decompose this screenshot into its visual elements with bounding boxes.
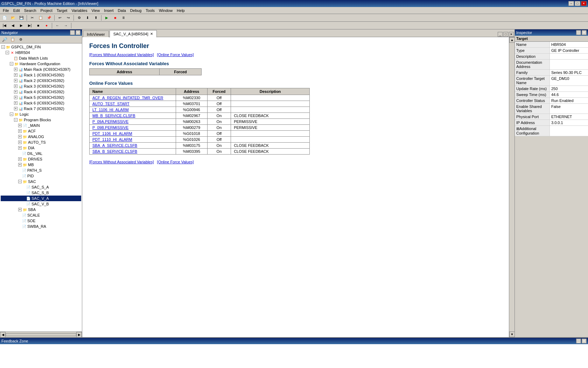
nav-hscroll[interactable]: ◀ ▶ [0,332,82,337]
tb-new[interactable]: 📄 [1,14,8,21]
tree-item-mainrack[interactable]: +📊Main Rack (IC693CHS397) [1,67,81,72]
expand-analog[interactable]: + [18,135,22,138]
expand-rack6[interactable]: + [14,101,18,105]
expand-logic[interactable]: − [10,113,13,116]
menu-view[interactable]: View [89,8,102,13]
feedback-close-btn[interactable]: ✕ [582,339,587,343]
tab-sac-v-a[interactable]: SAC_V_A [HBR504] ✕ [110,30,157,38]
link-name[interactable]: PDT_1110_HI_ALARM [92,137,132,142]
tree-item-watch[interactable]: 📋Data Watch Lists [1,55,81,61]
menu-debug[interactable]: Debug [128,8,144,13]
minimize-button[interactable]: − [568,1,574,6]
menu-help[interactable]: Help [175,8,187,13]
expand-rack7[interactable]: + [14,107,18,110]
menu-window[interactable]: Window [157,8,175,13]
nav-tb-1[interactable]: 🔎 [1,36,8,43]
tree-item-sac_v_a[interactable]: 📄SAC_V_A [1,196,81,201]
link-name[interactable]: SBA_B_SERVICE.CLSFB [92,149,137,154]
tree-item-drives[interactable]: +📁DRIVES [1,156,81,162]
link-name[interactable]: P_09A.PERMISSIVE [92,120,128,124]
tree-item-sac_v_b[interactable]: 📄SAC_V_B [1,201,81,207]
content-close-btn[interactable]: ✕ [509,32,514,37]
tab-infoviewer[interactable]: InfoViewer [83,30,109,38]
link-name[interactable]: SBA_A_SERVICE.CLSFB [92,143,137,148]
expand-acf[interactable]: + [18,129,22,133]
nav-close-btn[interactable]: ✕ [76,30,80,35]
tree-item-rack5[interactable]: +📊Rack 5 (IC693CHS392) [1,95,81,100]
tb-stop[interactable]: ■ [111,14,119,21]
tb-copy[interactable]: 📋 [37,14,44,21]
link-name[interactable]: MB_B_SERVICE.CLSFB [92,114,135,118]
link-name[interactable]: PDT_1106_HI_ALARM [92,131,132,136]
tree-item-rack4[interactable]: +📊Rack 4 (IC693CHS392) [1,89,81,95]
tb-run[interactable]: ▶ [103,14,111,21]
tb-upload[interactable]: ⬆ [92,14,100,21]
tree-item-sac[interactable]: −📁SAC [1,179,81,184]
expand-main[interactable]: + [18,124,22,127]
tree-item-rack7[interactable]: +📊Rack 7 (IC693CHS392) [1,106,81,111]
expand-sba[interactable]: + [18,208,22,211]
tb2-play[interactable]: ▶ [18,22,25,29]
tree-item-soe[interactable]: 📄SOE [1,218,81,224]
menu-variables[interactable]: Variables [69,8,89,13]
nav-scroll-left[interactable]: ◀ [0,332,6,338]
tree-item-rack2[interactable]: +📊Rack 2 (IC693CHS392) [1,78,81,83]
tb-compile[interactable]: ⚙ [75,14,83,21]
content-float-btn[interactable]: □ [503,32,508,37]
tree-item-scale[interactable]: 📄SCALE [1,212,81,218]
menu-project[interactable]: Project [38,8,55,13]
expand-progblocks[interactable]: − [14,118,18,122]
tree-item-hbr504[interactable]: −✕HBR504 [1,50,81,55]
feedback-minimize-btn[interactable]: _ [576,339,581,343]
tb-redo[interactable]: ↪ [64,14,72,21]
nav-tb-3[interactable]: ⚙ [17,36,24,43]
tb2-back[interactable]: ← [54,22,61,29]
expand-gspcl[interactable]: − [1,45,5,49]
tb-save[interactable]: 💾 [18,14,25,21]
expand-rack4[interactable]: + [14,90,18,94]
tb2-next[interactable]: ▶| [26,22,34,29]
nav-scroll-right[interactable]: ▶ [76,332,82,338]
menu-edit[interactable]: Edit [11,8,22,13]
tb2-record[interactable]: ● [43,22,50,29]
navigator-tree[interactable]: −📁GSPCL_DM_FIN−✕HBR504📋Data Watch Lists−… [0,43,82,332]
menu-search[interactable]: Search [22,8,38,13]
tree-item-main[interactable]: +📄_MAIN [1,123,81,128]
expand-hbr504[interactable]: − [6,51,9,54]
inspector-close-btn[interactable]: ✕ [582,30,587,35]
tb-open[interactable]: 📂 [9,14,17,21]
content-vscroll[interactable]: ▲ ▼ [509,37,514,337]
link-online-force-values-bottom[interactable]: [Online Force Values] [157,160,194,164]
tree-item-analog[interactable]: +📁ANALOG [1,134,81,139]
tb2-first[interactable]: |◀ [1,22,8,29]
tree-item-progblocks[interactable]: −📁Program Blocks [1,117,81,123]
link-forces-without-vars-top[interactable]: [Forces Without Associated Variables] [89,53,154,57]
link-name[interactable]: AUTO_TEST_START [92,102,130,106]
nav-minimize-btn[interactable]: _ [70,30,75,35]
scroll-track[interactable] [509,43,514,332]
expand-mb[interactable]: + [18,163,22,166]
tb-paste[interactable]: 📌 [45,14,53,21]
tree-item-path_s[interactable]: 📄PATH_S [1,168,81,173]
tb2-prev[interactable]: ◀ [9,22,17,29]
content-minimize-btn[interactable]: _ [498,32,503,37]
tab-close-btn[interactable]: ✕ [150,32,153,36]
maximize-button[interactable]: □ [575,1,580,6]
tree-item-dia[interactable]: +📁DIA [1,145,81,151]
expand-rack5[interactable]: + [14,96,18,99]
scroll-up-btn[interactable]: ▲ [509,37,514,43]
tb-undo[interactable]: ↩ [56,14,64,21]
expand-sac[interactable]: − [18,180,22,183]
menu-data[interactable]: Data [116,8,128,13]
tb-pause[interactable]: ⏸ [120,14,127,21]
expand-mainrack[interactable]: + [14,68,18,71]
link-name[interactable]: P_09B.PERMISSIVE [92,125,128,130]
expand-auto_ts[interactable]: + [18,141,22,144]
tree-item-hwconfig[interactable]: −📁Hardware Configuration [1,61,81,67]
tree-item-pid[interactable]: 📄PID [1,173,81,179]
tree-item-rack1[interactable]: +📊Rack 1 (IC693CHS392) [1,72,81,78]
menu-file[interactable]: File [1,8,11,13]
inspector-minimize-btn[interactable]: _ [576,30,581,35]
tree-item-sac_s_a[interactable]: 📄SAC_S_A [1,184,81,190]
nav-scroll-track[interactable] [6,333,76,336]
